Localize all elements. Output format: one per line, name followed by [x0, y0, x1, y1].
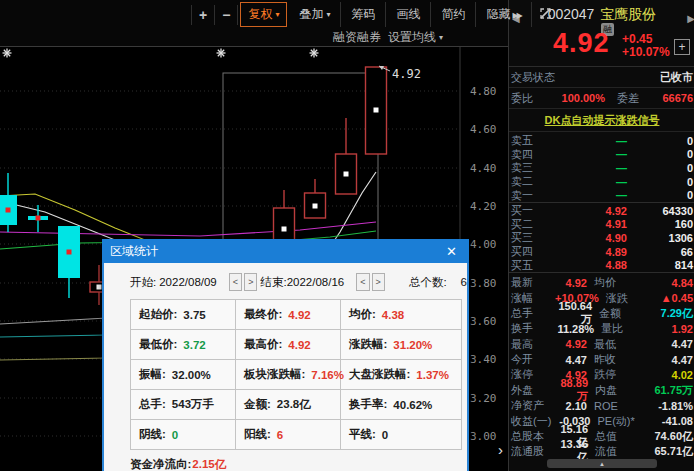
stat-value: 74.60亿 [639, 429, 693, 444]
stat-label: 总值 [595, 429, 639, 444]
bid-row[interactable]: 买二4.91160 [509, 218, 694, 232]
end-prev-button[interactable]: < [356, 273, 369, 291]
stat-cell-label: 板块涨跌幅: [244, 367, 305, 382]
panel-scrollbar[interactable]: ▲ [547, 459, 657, 468]
stat-cell-value: 23.8亿 [277, 397, 311, 412]
stat-cell: 大盘涨跌幅:1.37% [341, 360, 462, 390]
stat-label: 外盘 [511, 383, 560, 398]
stat-cell: 最终价:4.92 [236, 300, 341, 330]
change-percent: +10.07% [622, 45, 670, 59]
bid-price: 4.91 [543, 218, 627, 230]
ask-volume: 0 [627, 148, 693, 160]
ask-row[interactable]: 卖二—0 [509, 175, 694, 189]
hide-label: 隐藏 [486, 7, 510, 21]
stat-row: 外盘88.89万内盘61.75万 [509, 383, 694, 398]
bid-price: 4.88 [543, 259, 627, 271]
stat-cell-value: 7.16% [311, 369, 344, 381]
next-stock-icon[interactable]: ▶ [687, 13, 694, 24]
stat-label: 最新 [511, 275, 561, 290]
stat-cell-label: 阴线: [139, 427, 166, 442]
ask-row[interactable]: 卖四—0 [509, 148, 694, 162]
caret-down-icon: ▾ [326, 10, 330, 19]
margin-financing-link[interactable]: 融资融券 [333, 29, 381, 46]
simple-mode-button[interactable]: 简约 [431, 2, 476, 27]
ask-price: — [543, 176, 627, 188]
stat-value: 2.10 [561, 400, 587, 412]
stat-row: 涨停4.92跌停4.02 [509, 367, 694, 382]
fuquan-dropdown-button[interactable]: 复权▾ [240, 2, 287, 27]
stat-cell-value: 4.38 [382, 309, 404, 321]
stat-value: 7.29亿 [641, 306, 693, 321]
ask-row[interactable]: 卖五—0 [509, 134, 694, 148]
bid-row[interactable]: 买五4.88814 [509, 258, 694, 272]
stat-label: ROE [594, 400, 638, 412]
stat-label: 收益(一) [511, 414, 559, 429]
stat-value: -41.08 [640, 415, 693, 427]
caret-down-icon: ▾ [275, 10, 279, 19]
stat-value: 4.92 [561, 338, 587, 350]
stat-cell: 金额:23.8亿 [236, 390, 341, 420]
stat-cell-value: 1.37% [416, 369, 449, 381]
weicha-value: 66676 [639, 92, 693, 104]
price-callout: 4.92 [392, 67, 421, 81]
chips-button[interactable]: 筹码 [341, 2, 386, 27]
stat-row: 总股本15.16亿总值74.60亿 [509, 429, 694, 444]
region-statistics-dialog: 区域统计 ✕ 开始: 2022/08/09 < > 结束: 2022/08/16… [102, 239, 469, 471]
stat-label: 涨停 [511, 367, 561, 382]
close-icon[interactable]: ✕ [442, 244, 461, 259]
trade-status-label: 交易状态 [511, 70, 555, 85]
dialog-titlebar[interactable]: 区域统计 ✕ [102, 239, 469, 263]
fullscreen-icon[interactable] [539, 6, 552, 24]
add-to-watchlist-button[interactable]: + [674, 39, 690, 55]
ask-row[interactable]: 卖三—0 [509, 161, 694, 175]
zoom-out-button[interactable]: − [215, 5, 238, 25]
bid-row[interactable]: 买一4.9264330 [509, 204, 694, 218]
y-axis-label: 4.40 [470, 162, 497, 175]
net-inflow-value: 2.15亿 [192, 458, 226, 470]
end-next-button[interactable]: > [372, 273, 385, 291]
stat-cell: 最低价:3.72 [131, 330, 236, 360]
stat-cell: 总手:543万手 [131, 390, 236, 420]
overlay-label: 叠加 [299, 7, 323, 21]
stat-label: 金额 [599, 306, 641, 321]
overlay-dropdown-button[interactable]: 叠加▾ [289, 2, 341, 27]
stat-label: 总股本 [511, 429, 560, 444]
bid-volume: 814 [627, 259, 693, 271]
stat-cell: 起始价:3.75 [131, 300, 236, 330]
end-date-value: 2022/08/16 [287, 276, 345, 288]
drawline-button[interactable]: 画线 [386, 2, 431, 27]
stat-cell-value: 31.20% [393, 339, 432, 351]
stat-cell-label: 最高价: [244, 337, 282, 352]
bid-row[interactable]: 买三4.901306 [509, 231, 694, 245]
y-axis-label: 4.80 [470, 85, 497, 98]
stat-cell-value: 4.92 [288, 339, 310, 351]
dk-signal-link[interactable]: DK点自动提示涨跌信号 [509, 109, 694, 132]
stat-row: 换手11.28%量比1.92 [509, 321, 694, 336]
start-next-button[interactable]: > [244, 273, 257, 291]
ask-price: — [543, 162, 627, 174]
zoom-in-button[interactable]: + [191, 5, 215, 25]
dialog-title: 区域统计 [110, 243, 158, 260]
stat-value: 11.28% [557, 323, 594, 335]
stat-label: 最高 [511, 337, 561, 352]
set-ma-dropdown[interactable]: 设置均线▾ [388, 29, 443, 46]
ask-price: — [543, 189, 627, 201]
stock-code: 002047 [548, 6, 595, 22]
ask-row[interactable]: 卖一—0 [509, 188, 694, 202]
net-inflow-row: 资金净流向:2.15亿 [130, 457, 467, 471]
bid-row[interactable]: 买四4.8966 [509, 245, 694, 259]
bid-label: 买五 [511, 258, 543, 273]
stat-label: 净资产 [511, 398, 561, 413]
stat-label: 涨幅 [511, 291, 555, 306]
stock-app-window: + − 复权▾ 叠加▾ 筹码 画线 简约 隐藏▶▶ 融资融券 设置均线▾ 4.8… [0, 0, 694, 471]
dk-signal-label: DK点自动提示涨跌信号 [545, 113, 660, 128]
panel-collapse-handle-icon[interactable]: › [498, 441, 503, 458]
stat-cell-value: 0 [172, 429, 178, 441]
hide-button[interactable]: 隐藏▶▶ [476, 2, 531, 27]
start-prev-button[interactable]: < [229, 273, 242, 291]
stat-value: 65.71亿 [639, 444, 693, 459]
stat-cell-label: 起始价: [139, 307, 177, 322]
stat-label: 今开 [511, 352, 561, 367]
ask-price: — [543, 148, 627, 160]
stat-cell-value: 543万手 [172, 397, 214, 412]
